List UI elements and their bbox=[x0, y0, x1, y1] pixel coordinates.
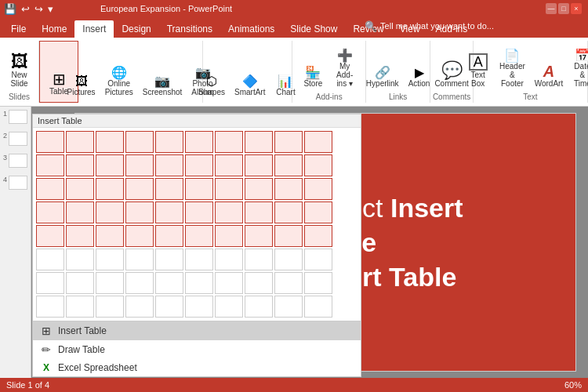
grid-cell-r8-c1[interactable] bbox=[36, 296, 64, 318]
grid-cell-r3-c1[interactable] bbox=[36, 178, 64, 200]
my-addins-btn[interactable]: ➕ My Add-ins ▾ bbox=[330, 48, 359, 89]
grid-cell-r3-c8[interactable] bbox=[245, 178, 273, 200]
grid-cell-r8-c6[interactable] bbox=[185, 296, 213, 318]
tab-design[interactable]: Design bbox=[114, 20, 158, 38]
grid-cell-r4-c8[interactable] bbox=[245, 201, 273, 223]
redo-btn[interactable]: ↪ bbox=[34, 2, 44, 16]
grid-cell-r2-c1[interactable] bbox=[36, 154, 64, 176]
grid-cell-r5-c3[interactable] bbox=[96, 225, 124, 247]
grid-cell-r6-c9[interactable] bbox=[274, 249, 303, 270]
grid-cell-r8-c7[interactable] bbox=[215, 296, 243, 318]
grid-cell-r4-c6[interactable] bbox=[185, 201, 213, 223]
grid-cell-r3-c7[interactable] bbox=[215, 178, 243, 200]
grid-cell-r6-c8[interactable] bbox=[245, 249, 273, 270]
grid-cell-r3-c9[interactable] bbox=[274, 178, 303, 200]
tab-transitions[interactable]: Transitions bbox=[159, 20, 220, 38]
grid-cell-r3-c2[interactable] bbox=[66, 178, 94, 200]
grid-cell-r8-c8[interactable] bbox=[245, 296, 273, 318]
grid-cell-r1-c10[interactable] bbox=[304, 131, 332, 153]
grid-cell-r7-c6[interactable] bbox=[185, 272, 213, 294]
slide-thumb-1[interactable] bbox=[9, 110, 27, 124]
datetime-btn[interactable]: 📅 Date &Time bbox=[568, 48, 588, 89]
grid-cell-r8-c3[interactable] bbox=[96, 296, 124, 318]
tell-me-bar[interactable]: 🔍 Tell me what you want to do... bbox=[365, 17, 494, 34]
grid-cell-r5-c9[interactable] bbox=[274, 225, 303, 247]
grid-cell-r7-c9[interactable] bbox=[274, 272, 303, 294]
grid-cell-r6-c10[interactable] bbox=[304, 249, 332, 270]
grid-cell-r6-c6[interactable] bbox=[185, 249, 213, 270]
grid-cells[interactable] bbox=[33, 128, 361, 321]
grid-cell-r8-c5[interactable] bbox=[155, 296, 183, 318]
tab-insert[interactable]: Insert bbox=[74, 20, 114, 38]
grid-cell-r3-c10[interactable] bbox=[304, 178, 332, 200]
grid-cell-r1-c7[interactable] bbox=[215, 131, 243, 153]
shapes-btn[interactable]: ⬡ Shapes bbox=[195, 74, 228, 98]
grid-cell-r6-c5[interactable] bbox=[155, 249, 183, 270]
grid-cell-r5-c8[interactable] bbox=[245, 225, 273, 247]
wordart-btn[interactable]: A WordArt bbox=[532, 62, 565, 89]
header-footer-btn[interactable]: 📄 Header& Footer bbox=[495, 48, 529, 89]
smartart-btn[interactable]: 🔷 SmartArt bbox=[231, 74, 268, 98]
grid-cell-r5-c7[interactable] bbox=[215, 225, 243, 247]
grid-cell-r7-c8[interactable] bbox=[245, 272, 273, 294]
grid-cell-r6-c3[interactable] bbox=[96, 249, 124, 270]
excel-spreadsheet-menu-item[interactable]: X Excel Spreadsheet bbox=[33, 359, 361, 376]
grid-cell-r2-c10[interactable] bbox=[304, 154, 332, 176]
store-btn[interactable]: 🏪 Store bbox=[299, 65, 327, 89]
grid-cell-r7-c2[interactable] bbox=[66, 272, 94, 294]
grid-cell-r2-c6[interactable] bbox=[185, 154, 213, 176]
undo-btn[interactable]: ↩ bbox=[20, 2, 31, 16]
grid-cell-r7-c4[interactable] bbox=[125, 272, 154, 294]
grid-cell-r4-c3[interactable] bbox=[96, 201, 124, 223]
close-btn[interactable]: × bbox=[571, 3, 582, 14]
maximize-btn[interactable]: □ bbox=[558, 3, 569, 14]
online-pictures-btn[interactable]: 🌐 OnlinePictures bbox=[102, 65, 136, 98]
grid-cell-r3-c5[interactable] bbox=[155, 178, 183, 200]
grid-cell-r1-c6[interactable] bbox=[185, 131, 213, 153]
grid-cell-r3-c6[interactable] bbox=[185, 178, 213, 200]
grid-cell-r6-c1[interactable] bbox=[36, 249, 64, 270]
tab-slideshow[interactable]: Slide Show bbox=[282, 20, 345, 38]
grid-cell-r3-c4[interactable] bbox=[125, 178, 154, 200]
grid-cell-r7-c1[interactable] bbox=[36, 272, 64, 294]
grid-cell-r4-c2[interactable] bbox=[66, 201, 94, 223]
grid-cell-r6-c2[interactable] bbox=[66, 249, 94, 270]
grid-cell-r2-c2[interactable] bbox=[66, 154, 94, 176]
grid-cell-r5-c2[interactable] bbox=[66, 225, 94, 247]
grid-cell-r1-c5[interactable] bbox=[155, 131, 183, 153]
grid-cell-r4-c5[interactable] bbox=[155, 201, 183, 223]
grid-cell-r1-c9[interactable] bbox=[274, 131, 303, 153]
grid-cell-r5-c10[interactable] bbox=[304, 225, 332, 247]
grid-cell-r7-c7[interactable] bbox=[215, 272, 243, 294]
tab-home[interactable]: Home bbox=[34, 20, 74, 38]
textbox-btn[interactable]: A TextBox bbox=[464, 52, 492, 89]
grid-cell-r5-c1[interactable] bbox=[36, 225, 64, 247]
grid-cell-r3-c3[interactable] bbox=[96, 178, 124, 200]
grid-cell-r4-c7[interactable] bbox=[215, 201, 243, 223]
grid-cell-r8-c2[interactable] bbox=[66, 296, 94, 318]
grid-cell-r1-c3[interactable] bbox=[96, 131, 124, 153]
slide-thumb-2[interactable] bbox=[9, 132, 27, 146]
grid-cell-r7-c3[interactable] bbox=[96, 272, 124, 294]
grid-cell-r2-c4[interactable] bbox=[125, 154, 154, 176]
grid-cell-r1-c8[interactable] bbox=[245, 131, 273, 153]
grid-cell-r7-c5[interactable] bbox=[155, 272, 183, 294]
grid-cell-r2-c7[interactable] bbox=[215, 154, 243, 176]
grid-cell-r2-c5[interactable] bbox=[155, 154, 183, 176]
grid-cell-r1-c2[interactable] bbox=[66, 131, 94, 153]
grid-cell-r5-c4[interactable] bbox=[125, 225, 154, 247]
hyperlink-btn[interactable]: 🔗 Hyperlink bbox=[363, 65, 402, 89]
grid-cell-r2-c3[interactable] bbox=[96, 154, 124, 176]
minimize-btn[interactable]: — bbox=[546, 3, 557, 14]
grid-cell-r4-c1[interactable] bbox=[36, 201, 64, 223]
action-btn[interactable]: ▶ Action bbox=[405, 65, 434, 89]
grid-cell-r8-c9[interactable] bbox=[274, 296, 303, 318]
grid-cell-r5-c5[interactable] bbox=[155, 225, 183, 247]
grid-cell-r6-c7[interactable] bbox=[215, 249, 243, 270]
window-controls[interactable]: — □ × bbox=[546, 3, 582, 14]
grid-cell-r5-c6[interactable] bbox=[185, 225, 213, 247]
slide-thumb-4[interactable] bbox=[9, 176, 27, 190]
draw-table-menu-item[interactable]: ✏ Draw Table bbox=[33, 340, 361, 359]
grid-cell-r1-c1[interactable] bbox=[36, 131, 64, 153]
grid-cell-r2-c9[interactable] bbox=[274, 154, 303, 176]
